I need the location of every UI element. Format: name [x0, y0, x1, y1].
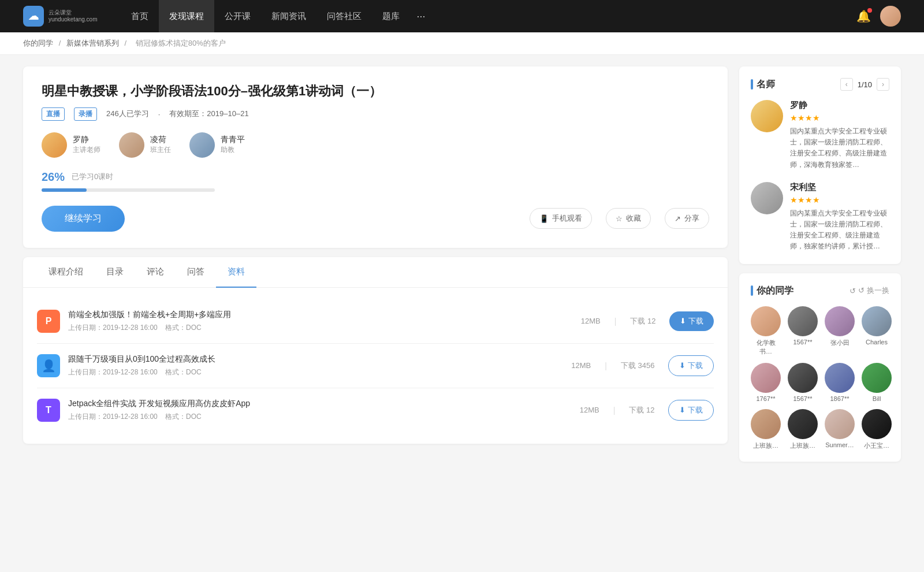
file-1-download-button[interactable]: ⬇ 下载 [669, 311, 714, 331]
prev-teacher-button[interactable]: ‹ [840, 78, 853, 91]
classmate-4[interactable]: Charles [862, 306, 892, 356]
nav-item-exam[interactable]: 题库 [372, 0, 410, 32]
classmate-1-avatar [751, 306, 781, 336]
file-1-size: 12MB [581, 317, 601, 325]
favorite-button[interactable]: ☆ 收藏 [606, 208, 651, 229]
file-2-download-button[interactable]: ⬇ 下载 [668, 355, 714, 376]
classmate-3[interactable]: 张小田 [825, 306, 855, 356]
file-1-title: 前端全栈加强版！前端全栈+全周期+多端应用 [68, 310, 231, 320]
nav-item-home[interactable]: 首页 [121, 0, 159, 32]
file-item-2: 👤 跟随千万级项目从0到100全过程高效成长 上传日期：2019-12-28 1… [37, 344, 714, 388]
classmate-7[interactable]: 1867** [825, 363, 855, 402]
file-2-left: 👤 跟随千万级项目从0到100全过程高效成长 上传日期：2019-12-28 1… [37, 354, 215, 377]
tabs-header: 课程介绍 目录 评论 问答 资料 [23, 257, 728, 288]
bell-icon[interactable]: 🔔 [856, 9, 871, 23]
file-2-meta: 上传日期：2019-12-28 16:00 格式：DOC [68, 367, 215, 377]
sidebar-classmates-card: 你的同学 ↺ ↺ 换一换 化学教书… 1567** 张小田 [739, 273, 901, 462]
refresh-classmates-button[interactable]: ↺ ↺ 换一换 [850, 285, 889, 296]
file-3-download-button[interactable]: ⬇ 下载 [668, 400, 714, 421]
badge-live: 直播 [42, 107, 65, 121]
progress-label: 已学习0课时 [72, 172, 113, 182]
sidebar-teacher-2: 宋利坚 ★★★★ 国内某重点大学安全工程专业硕士，国家一级注册消防工程师、注册安… [751, 182, 889, 252]
sidebar-teachers-nav: ‹ 1/10 › [840, 78, 889, 91]
continue-button[interactable]: 继续学习 [42, 206, 125, 232]
breadcrumb-link-series[interactable]: 新媒体营销系列 [66, 39, 119, 47]
user-avatar[interactable] [880, 6, 901, 27]
tab-qa[interactable]: 问答 [176, 257, 216, 288]
file-2-title: 跟随千万级项目从0到100全过程高效成长 [68, 354, 215, 365]
classmate-9-name: 上班族… [753, 441, 778, 450]
classmate-4-avatar [862, 306, 892, 336]
course-meta: 直播 录播 246人已学习 · 有效期至：2019–10–21 [42, 107, 709, 121]
classmate-2-name: 1567** [793, 339, 812, 346]
classmate-1-name: 化学教书… [751, 339, 781, 356]
classmate-5[interactable]: 1767** [751, 363, 781, 402]
logo[interactable]: ☁ 云朵课堂 yunduoketang.com [23, 6, 98, 27]
breadcrumb-link-discover[interactable]: 你的同学 [23, 39, 53, 47]
file-1-icon: P [37, 310, 60, 333]
teacher-2-name: 凌荷 [150, 135, 171, 145]
file-3-icon: T [37, 399, 60, 422]
sidebar-teacher-2-info: 宋利坚 ★★★★ 国内某重点大学安全工程专业硕士，国家一级注册消防工程师、注册安… [790, 182, 889, 252]
file-item-1: P 前端全栈加强版！前端全栈+全周期+多端应用 上传日期：2019-12-28 … [37, 299, 714, 344]
teacher-2-role: 班主任 [150, 145, 171, 155]
nav-item-qa[interactable]: 问答社区 [316, 0, 372, 32]
nav-item-discover[interactable]: 发现课程 [159, 0, 214, 32]
teacher-3-info: 青青平 助教 [221, 135, 245, 155]
classmate-8-name: Bill [873, 395, 881, 402]
next-teacher-button[interactable]: › [877, 78, 889, 91]
teacher-3-name: 青青平 [221, 135, 245, 145]
tab-reviews[interactable]: 评论 [135, 257, 176, 288]
nav-item-more[interactable]: ··· [410, 0, 433, 32]
classmate-8[interactable]: Bill [862, 363, 892, 402]
classmate-6[interactable]: 1567** [788, 363, 818, 402]
breadcrumb: 你的同学 / 新媒体营销系列 / 销冠修炼术搞定80%的客户 [0, 32, 924, 55]
classmates-title: 你的同学 [751, 285, 793, 297]
share-button[interactable]: ↗ 分享 [665, 208, 709, 229]
sidebar-teachers-title: 名师 ‹ 1/10 › [751, 78, 889, 91]
classmate-11-avatar [825, 409, 855, 439]
sidebar-teacher-1-name: 罗静 [790, 100, 889, 111]
classmate-11-name: Sunmer… [825, 441, 854, 448]
mobile-watch-button[interactable]: 📱 手机观看 [530, 208, 592, 229]
classmate-1[interactable]: 化学教书… [751, 306, 781, 356]
file-1-downloads: 下载 12 [630, 316, 655, 326]
teacher-3-role: 助教 [221, 145, 245, 155]
file-3-left: T Jetpack全组件实战 开发短视频应用高仿皮皮虾App 上传日期：2019… [37, 399, 250, 422]
header: ☁ 云朵课堂 yunduoketang.com 首页 发现课程 公开课 新闻资讯… [0, 0, 924, 32]
sidebar-teacher-1: 罗静 ★★★★ 国内某重点大学安全工程专业硕士，国家一级注册消防工程师、注册安全… [751, 100, 889, 170]
sidebar-teacher-2-stars: ★★★★ [790, 195, 889, 205]
course-title: 明星中教授课，小学阶段语法100分–强化级第1讲动词（一） [42, 83, 709, 101]
file-1-meta: 上传日期：2019-12-28 16:00 格式：DOC [68, 323, 231, 333]
classmate-9[interactable]: 上班族… [751, 409, 781, 450]
sidebar-teachers-heading: 名师 [751, 79, 775, 91]
sidebar-teacher-1-desc: 国内某重点大学安全工程专业硕士，国家一级注册消防工程师、注册安全工程师、高级注册… [790, 126, 889, 170]
tab-intro[interactable]: 课程介绍 [37, 257, 95, 288]
star-icon: ☆ [616, 214, 623, 223]
file-2-right: 12MB | 下载 3456 ⬇ 下载 [571, 355, 714, 376]
logo-text: 云朵课堂 yunduoketang.com [49, 9, 98, 23]
content-left: 明星中教授课，小学阶段语法100分–强化级第1讲动词（一） 直播 录播 246人… [23, 66, 728, 471]
file-3-size: 12MB [580, 406, 599, 414]
classmate-12[interactable]: 小王宝… [862, 409, 892, 450]
tab-resources[interactable]: 资料 [216, 257, 256, 288]
file-2-size: 12MB [571, 361, 591, 370]
teacher-page: 1/10 [858, 80, 872, 89]
tab-catalog[interactable]: 目录 [95, 257, 135, 288]
sidebar-teacher-2-avatar [751, 182, 783, 214]
header-right: 🔔 [856, 6, 901, 27]
classmate-2[interactable]: 1567** [788, 306, 818, 356]
classmate-8-avatar [862, 363, 892, 393]
classmate-2-avatar [788, 306, 818, 336]
course-students: 246人已学习 [106, 109, 149, 119]
notification-dot [867, 8, 872, 13]
nav-item-news[interactable]: 新闻资讯 [261, 0, 316, 32]
file-1-info: 前端全栈加强版！前端全栈+全周期+多端应用 上传日期：2019-12-28 16… [68, 310, 231, 333]
nav-item-public[interactable]: 公开课 [214, 0, 261, 32]
progress-header: 26% 已学习0课时 [42, 170, 709, 184]
classmate-10[interactable]: 上班族… [788, 409, 818, 450]
classmate-11[interactable]: Sunmer… [825, 409, 855, 450]
nav: 首页 发现课程 公开课 新闻资讯 问答社区 题库 ··· [121, 0, 433, 32]
progress-bar-fill [42, 188, 87, 192]
course-separator: · [158, 110, 161, 118]
